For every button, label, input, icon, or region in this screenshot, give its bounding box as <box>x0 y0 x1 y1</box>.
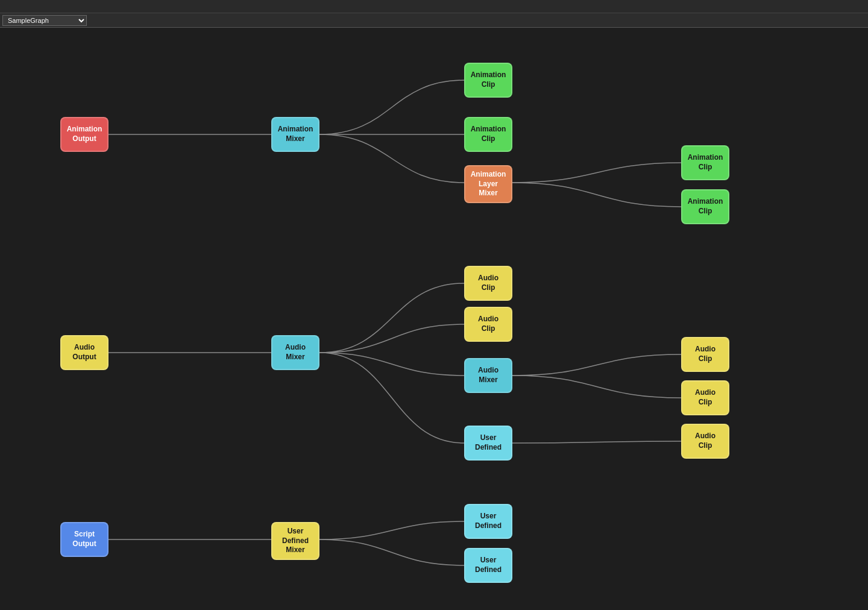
node-anim-layer-mixer[interactable]: AnimationLayerMixer <box>464 165 512 203</box>
node-anim-clip-2[interactable]: AnimationClip <box>464 117 512 152</box>
connection-anim-layer-mixer-anim-clip-4 <box>512 183 681 207</box>
node-anim-clip-3[interactable]: AnimationClip <box>681 145 729 180</box>
connections-svg <box>0 28 868 610</box>
graph-selector[interactable]: SampleGraph <box>2 15 87 26</box>
node-audio-mixer-2[interactable]: AudioMixer <box>464 358 512 393</box>
graph-canvas: AnimationOutputAnimationMixerAnimationCl… <box>0 28 868 610</box>
node-user-defined-2[interactable]: UserDefined <box>464 504 512 539</box>
connection-anim-layer-mixer-anim-clip-3 <box>512 163 681 183</box>
node-user-defined-1[interactable]: UserDefined <box>464 426 512 461</box>
connection-audio-mixer-2-audio-clip-3 <box>512 354 681 376</box>
node-audio-clip-4[interactable]: AudioClip <box>681 380 729 415</box>
node-anim-clip-4[interactable]: AnimationClip <box>681 189 729 224</box>
connection-audio-mixer-2-audio-clip-4 <box>512 376 681 398</box>
connection-audio-mixer-1-user-defined-1 <box>319 353 464 443</box>
node-user-defined-3[interactable]: UserDefined <box>464 548 512 583</box>
connection-anim-mixer-anim-clip-1 <box>319 80 464 134</box>
node-audio-clip-3[interactable]: AudioClip <box>681 337 729 372</box>
node-anim-clip-1[interactable]: AnimationClip <box>464 63 512 98</box>
node-audio-clip-2[interactable]: AudioClip <box>464 307 512 342</box>
node-anim-output[interactable]: AnimationOutput <box>60 117 108 152</box>
node-audio-mixer-1[interactable]: AudioMixer <box>271 335 319 370</box>
dropdown-bar: SampleGraph <box>0 13 868 28</box>
node-user-defined-mixer[interactable]: UserDefinedMixer <box>271 522 319 560</box>
connection-user-defined-1-audio-clip-5 <box>512 441 681 443</box>
connection-audio-mixer-1-audio-clip-1 <box>319 283 464 353</box>
connection-audio-mixer-1-audio-mixer-2 <box>319 353 464 376</box>
connection-user-defined-mixer-user-defined-2 <box>319 521 464 539</box>
connection-audio-mixer-1-audio-clip-2 <box>319 324 464 353</box>
connection-user-defined-mixer-user-defined-3 <box>319 539 464 565</box>
node-audio-clip-5[interactable]: AudioClip <box>681 424 729 459</box>
node-anim-mixer[interactable]: AnimationMixer <box>271 117 319 152</box>
node-script-output[interactable]: ScriptOutput <box>60 522 108 557</box>
connection-anim-mixer-anim-layer-mixer <box>319 134 464 183</box>
title-bar <box>0 0 868 13</box>
node-audio-output[interactable]: AudioOutput <box>60 335 108 370</box>
node-audio-clip-1[interactable]: AudioClip <box>464 266 512 301</box>
